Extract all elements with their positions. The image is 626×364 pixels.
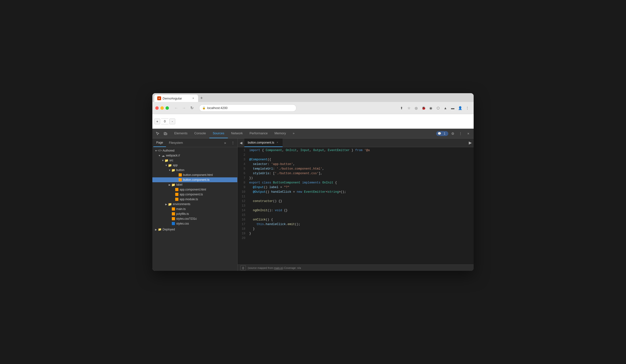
code-token: class [262,181,271,184]
code-token: EventEmitter [304,190,326,194]
tab-elements[interactable]: Elements [171,129,191,138]
code-token [249,223,257,226]
close-devtools-icon[interactable]: × [465,130,472,137]
menu-icon[interactable]: ⋮ [464,105,471,111]
tab-performance[interactable]: Performance [246,129,271,138]
tree-styles-css[interactable]: ▶ 🟦 styles.css [152,221,237,226]
editor-active-tab[interactable]: button.component.ts × [244,139,283,147]
extension5-icon[interactable]: ▲ [442,105,449,111]
code-area[interactable]: 1234567891011121314151617181920 import {… [237,147,474,264]
tree-app[interactable]: ▼ 📁 app [152,163,237,168]
code-token: './button.component.css' [275,172,319,175]
new-tab-button[interactable]: + [198,95,205,102]
tab-network[interactable]: Network [228,129,246,138]
code-token: ngOnInit [253,209,268,212]
code-token [249,200,253,203]
code-token [362,149,364,152]
tree-app-module[interactable]: ▶ 🟧 app.module.ts [152,197,237,202]
code-token: < [326,190,328,194]
tab-sources[interactable]: Sources [209,129,228,138]
code-token: constructor [253,200,273,203]
code-token: () [266,190,271,194]
tree-app-html[interactable]: ▶ 🟧 app.component.html [152,187,237,192]
code-token: , [282,149,286,152]
main-js-link[interactable]: main.js [274,266,283,269]
code-line [249,194,472,199]
extension1-icon[interactable]: ◎ [413,105,420,111]
tree-button-folder[interactable]: ▼ 📁 button [152,168,237,173]
maximize-button[interactable] [165,106,169,110]
share-icon[interactable]: ⬆ [398,105,405,111]
code-token: './button.component.html' [277,167,322,171]
reload-button[interactable]: ↻ [188,105,195,111]
tab-more[interactable]: » [289,129,298,138]
polyfills-label: polyfills.ts [176,212,189,216]
pretty-print-button[interactable]: {} [240,265,246,271]
button-folder-label: button [176,168,184,172]
tab-close-button[interactable]: × [191,96,195,100]
console-badge[interactable]: 💬 1 [436,131,448,136]
code-line: ngOnInit(): void {} [249,208,472,213]
tree-label-folder[interactable]: ▶ 📁 label [152,182,237,187]
tree-deployed[interactable]: ▶ 📁 Deployed [152,227,237,232]
file-tree-options-icon[interactable]: ⋮ [230,140,236,146]
forward-button[interactable]: → [181,105,187,111]
code-line [249,236,472,241]
back-button[interactable]: ← [173,105,180,111]
line-number: 6 [239,171,245,176]
code-token: : [273,167,277,171]
tab-console[interactable]: Console [191,129,209,138]
zoom-in-button[interactable]: + [154,118,160,124]
editor-back-panel-icon[interactable]: ◀ [237,140,244,146]
bookmark-icon[interactable]: ☆ [405,105,412,111]
tab-favicon: A [157,96,161,100]
profile-icon[interactable]: 👤 [457,105,464,111]
file-tree-tab-filesystem[interactable]: Filesystem [166,139,186,147]
minimize-button[interactable] [160,106,164,110]
code-token: () [264,186,270,189]
line-number: 1 [239,148,245,153]
file-tree-tab-page[interactable]: Page [153,139,166,147]
tree-main-ts[interactable]: ▶ 🟧 main.ts [152,207,237,212]
tree-webpack[interactable]: ▼ ☁ webpack:// [152,153,237,158]
tree-authored[interactable]: ▼ </> Authored [152,148,237,153]
settings-icon[interactable]: ⚙ [449,130,456,137]
code-line: }) [249,176,472,181]
code-token: new [297,190,302,194]
browser-tab[interactable]: A DemoAngular × [154,95,198,102]
extension2-icon[interactable]: 🐞 [420,105,427,111]
device-mode-icon[interactable] [162,130,169,137]
file-tree-more-tabs-icon[interactable]: » [222,140,229,146]
close-button[interactable] [155,106,159,110]
code-token: void [275,209,282,212]
code-editor-panel: ◀ button.component.ts × ▶ 12345678910111… [237,139,474,271]
editor-tab-close-button[interactable]: × [276,141,279,144]
address-text: localhost:4200 [207,106,228,110]
element-picker-icon[interactable] [154,130,161,137]
line-number: 16 [239,218,245,222]
code-token: (): [268,209,275,212]
code-token: import [249,149,260,152]
sidebar-icon[interactable]: ▬ [449,105,456,111]
editor-tab-title: button.component.ts [248,141,274,144]
button-html-label: button.component.html [183,173,213,177]
zoom-out-button[interactable]: - [169,118,175,124]
more-options-icon[interactable]: ⋮ [457,130,464,137]
tree-button-ts[interactable]: ▶ 🟧 button.component.ts [152,177,237,182]
address-bar[interactable]: 🔒 localhost:4200 [199,104,296,112]
editor-forward-panel-icon[interactable]: ▶ [467,140,474,146]
code-token: >(); [339,190,346,194]
tree-src[interactable]: ▼ 📁 src [152,158,237,163]
tree-app-ts[interactable]: ▶ 🟧 app.component.ts [152,192,237,197]
main-ts-label: main.ts [176,207,186,211]
extension4-icon[interactable]: ⬡ [435,105,441,111]
tree-polyfills[interactable]: ▶ 🟧 polyfills.ts [152,212,237,216]
code-line [249,153,472,157]
tree-styles-hash[interactable]: ▶ 🟧 styles.css?231c [152,216,237,221]
code-token: = [291,190,297,194]
tab-memory[interactable]: Memory [271,129,289,138]
code-token: = [278,186,284,189]
tree-environments[interactable]: ▶ 📁 environments [152,202,237,207]
tree-button-html[interactable]: ▶ 🟧 button.component.html [152,173,237,177]
extension3-icon[interactable]: ◉ [427,105,434,111]
